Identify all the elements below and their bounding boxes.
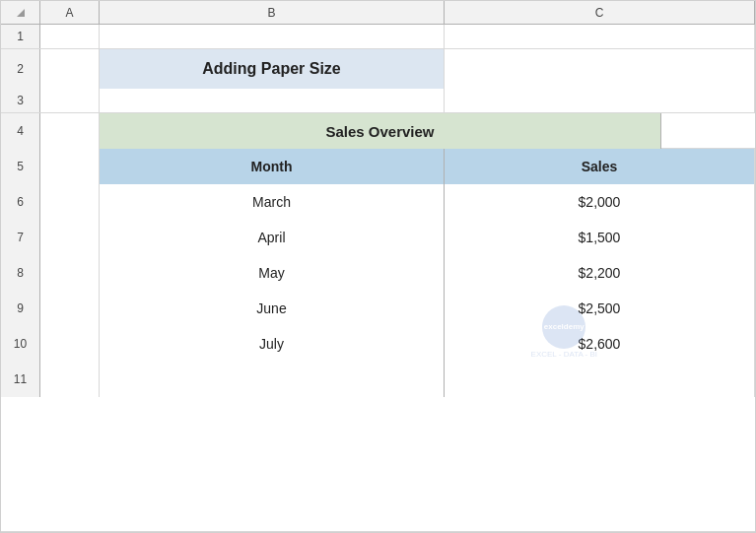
cell-9a[interactable] [40, 291, 100, 326]
cell-10a[interactable] [40, 326, 100, 362]
row-header-5[interactable]: 5 [1, 149, 40, 184]
spreadsheet: A B C 1 2 Adding Paper Size 3 4 [0, 0, 756, 533]
table-row: 10 July $2,600 exceldemy EXCEL - DATA - … [1, 326, 755, 362]
row-header-7[interactable]: 7 [1, 220, 40, 255]
cell-6b[interactable]: March [100, 184, 445, 220]
row-header-11[interactable]: 11 [1, 362, 40, 397]
cell-7a[interactable] [40, 220, 100, 255]
row-header-6[interactable]: 6 [1, 184, 40, 220]
rows-area: 1 2 Adding Paper Size 3 4 Sales Overview [1, 25, 755, 532]
sales-overview-header[interactable]: Sales Overview [100, 113, 661, 149]
cell-4a[interactable] [40, 113, 100, 149]
table-row: 7 April $1,500 [1, 220, 755, 255]
cell-3c[interactable] [445, 89, 755, 112]
cell-8a[interactable] [40, 255, 100, 291]
table-row: 6 March $2,000 [1, 184, 755, 220]
row-header-2[interactable]: 2 [1, 49, 40, 89]
cell-11c[interactable] [445, 362, 755, 397]
corner-cell[interactable] [1, 1, 40, 24]
cell-3a[interactable] [40, 89, 100, 112]
cell-3b[interactable] [100, 89, 445, 112]
col-header-c[interactable]: C [445, 1, 755, 24]
cell-2a[interactable] [40, 49, 100, 89]
cell-9b[interactable]: June [100, 291, 445, 326]
cell-5a[interactable] [40, 149, 100, 184]
cell-8c[interactable]: $2,200 [445, 255, 755, 291]
cell-11a[interactable] [40, 362, 100, 397]
title-cell[interactable]: Adding Paper Size [100, 49, 445, 89]
cell-8b[interactable]: May [100, 255, 445, 291]
cell-1b[interactable] [100, 25, 445, 48]
table-row: 3 [1, 89, 755, 113]
col-header-a[interactable]: A [40, 1, 100, 24]
table-row: 2 Adding Paper Size [1, 49, 755, 89]
svg-marker-0 [17, 9, 25, 17]
row-header-8[interactable]: 8 [1, 255, 40, 291]
cell-1a[interactable] [40, 25, 100, 48]
table-row: 4 Sales Overview [1, 113, 755, 149]
row-header-9[interactable]: 9 [1, 291, 40, 326]
cell-1c[interactable] [445, 25, 755, 48]
cell-6c[interactable]: $2,000 [445, 184, 755, 220]
cell-6a[interactable] [40, 184, 100, 220]
table-row: 8 May $2,200 [1, 255, 755, 291]
table-row: 5 Month Sales [1, 149, 755, 184]
row-header-10[interactable]: 10 [1, 326, 40, 362]
table-row: 1 [1, 25, 755, 49]
month-header[interactable]: Month [100, 149, 445, 184]
row-header-3[interactable]: 3 [1, 89, 40, 112]
cell-7c[interactable]: $1,500 [445, 220, 755, 255]
sales-header[interactable]: Sales [445, 149, 755, 184]
cell-7b[interactable]: April [100, 220, 445, 255]
cell-11b[interactable] [100, 362, 445, 397]
row-header-4[interactable]: 4 [1, 113, 40, 149]
col-header-b[interactable]: B [100, 1, 445, 24]
cell-2c[interactable] [445, 49, 755, 89]
row-header-1[interactable]: 1 [1, 25, 40, 48]
column-headers: A B C [1, 1, 755, 25]
table-row: 9 June $2,500 [1, 291, 755, 326]
cell-10c[interactable]: $2,600 [445, 326, 755, 362]
cell-9c[interactable]: $2,500 [445, 291, 755, 326]
table-row: 11 [1, 362, 755, 532]
cell-10b[interactable]: July [100, 326, 445, 362]
